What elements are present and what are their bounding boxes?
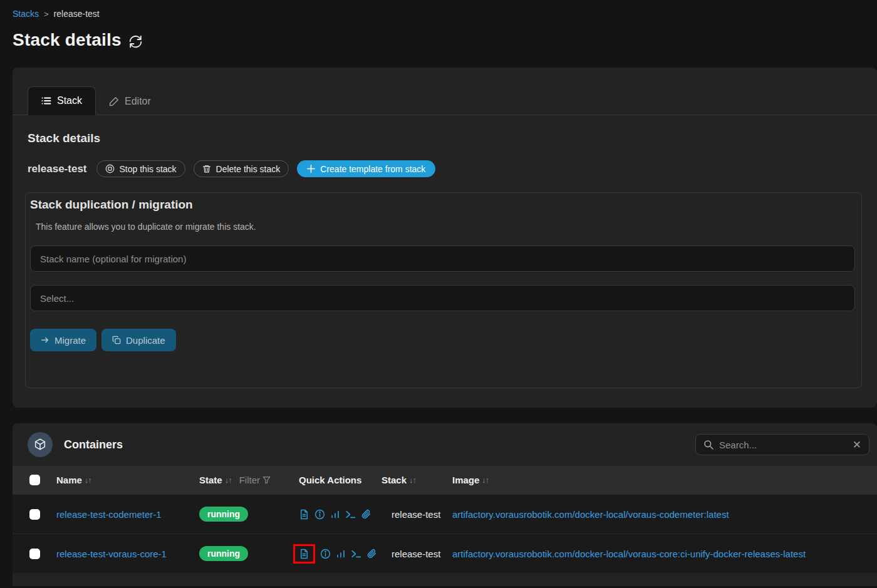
stack-cell: release-test	[381, 509, 452, 520]
sort-icon[interactable]: ↓↑	[409, 475, 416, 485]
create-template-button[interactable]: Create template from stack	[297, 160, 435, 177]
stop-stack-label: Stop this stack	[120, 164, 177, 174]
attach-icon[interactable]	[361, 509, 371, 520]
status-badge: running	[199, 507, 248, 522]
console-icon[interactable]	[345, 509, 356, 520]
container-name-link[interactable]: release-test-codemeter-1	[56, 509, 162, 520]
search-input[interactable]	[719, 440, 847, 450]
stack-details-card: Stack Editor Stack details release-test …	[13, 68, 877, 408]
tab-stack-label: Stack	[57, 95, 82, 106]
cube-icon	[28, 432, 53, 457]
close-icon[interactable]: ✕	[853, 440, 861, 450]
tab-stack[interactable]: Stack	[28, 86, 96, 115]
containers-table: Name ↓↑ State ↓↑ Filter Quick Actions	[13, 466, 877, 573]
select-all-checkbox[interactable]	[29, 475, 40, 485]
image-link[interactable]: artifactory.vorausrobotik.com/docker-loc…	[452, 509, 729, 520]
attach-icon[interactable]	[366, 549, 377, 559]
pencil-icon	[109, 96, 119, 106]
filter-icon	[262, 476, 271, 484]
column-header-image[interactable]: Image ↓↑	[452, 475, 877, 485]
duplication-title: Stack duplication / migration	[30, 198, 855, 212]
delete-stack-button[interactable]: Delete this stack	[194, 160, 289, 177]
migrate-button[interactable]: Migrate	[30, 329, 96, 351]
row-checkbox[interactable]	[29, 509, 40, 520]
containers-card: Containers ✕ Name ↓↑ State ↓↑	[13, 423, 877, 586]
stack-name-input[interactable]	[30, 245, 855, 272]
breadcrumb-stacks-link[interactable]: Stacks	[13, 9, 39, 19]
stop-circle-icon	[105, 164, 115, 173]
environment-select[interactable]	[30, 285, 855, 311]
column-header-name[interactable]: Name ↓↑	[56, 475, 199, 485]
table-row: release-test-codemeter-1 running	[13, 494, 877, 534]
column-header-state[interactable]: State ↓↑ Filter	[199, 475, 299, 485]
stats-icon[interactable]	[330, 509, 340, 519]
stack-name: release-test	[28, 163, 87, 175]
logs-icon[interactable]	[299, 509, 309, 520]
arrow-right-icon	[41, 336, 49, 344]
column-header-quick-actions: Quick Actions	[299, 475, 381, 485]
duplicate-button[interactable]: Duplicate	[101, 329, 176, 351]
stop-stack-button[interactable]: Stop this stack	[96, 160, 185, 177]
search-icon	[703, 440, 714, 450]
trash-icon	[202, 164, 211, 173]
sort-icon[interactable]: ↓↑	[225, 475, 232, 485]
row-checkbox[interactable]	[29, 549, 40, 559]
refresh-icon[interactable]	[129, 35, 142, 48]
sort-icon[interactable]: ↓↑	[85, 475, 91, 485]
highlight-box	[293, 544, 315, 564]
column-header-stack[interactable]: Stack ↓↑	[381, 475, 452, 485]
table-header-row: Name ↓↑ State ↓↑ Filter Quick Actions	[13, 466, 877, 494]
status-badge: running	[199, 546, 248, 561]
duplication-description: This feature allows you to duplicate or …	[36, 222, 855, 232]
stack-duplication-section: Stack duplication / migration This featu…	[25, 192, 862, 388]
console-icon[interactable]	[351, 549, 361, 559]
breadcrumb: Stacks > release-test	[0, 0, 877, 19]
tab-editor[interactable]: Editor	[96, 88, 164, 115]
page-title: Stack details	[13, 30, 122, 50]
breadcrumb-separator: >	[44, 9, 49, 19]
migrate-label: Migrate	[54, 335, 86, 346]
stack-cell: release-test	[381, 549, 452, 559]
inspect-icon[interactable]	[320, 549, 331, 559]
stats-icon[interactable]	[336, 549, 346, 559]
tab-editor-label: Editor	[125, 96, 151, 107]
containers-search: ✕	[695, 434, 869, 455]
inspect-icon[interactable]	[314, 509, 325, 520]
table-row: release-test-voraus-core-1 running	[13, 534, 877, 573]
create-template-label: Create template from stack	[320, 164, 425, 174]
copy-icon	[112, 336, 121, 344]
logs-icon[interactable]	[299, 549, 309, 559]
state-filter[interactable]: Filter	[239, 475, 271, 485]
image-link[interactable]: artifactory.vorausrobotik.com/docker-loc…	[452, 549, 806, 559]
plus-icon	[307, 165, 315, 173]
list-icon	[41, 96, 51, 106]
container-name-link[interactable]: release-test-voraus-core-1	[56, 549, 167, 559]
delete-stack-label: Delete this stack	[216, 164, 281, 174]
sort-icon[interactable]: ↓↑	[482, 475, 489, 485]
containers-title: Containers	[64, 438, 123, 451]
tab-bar: Stack Editor	[13, 68, 877, 115]
breadcrumb-current: release-test	[54, 9, 100, 19]
duplicate-label: Duplicate	[126, 335, 165, 346]
stack-details-heading: Stack details	[28, 132, 862, 145]
